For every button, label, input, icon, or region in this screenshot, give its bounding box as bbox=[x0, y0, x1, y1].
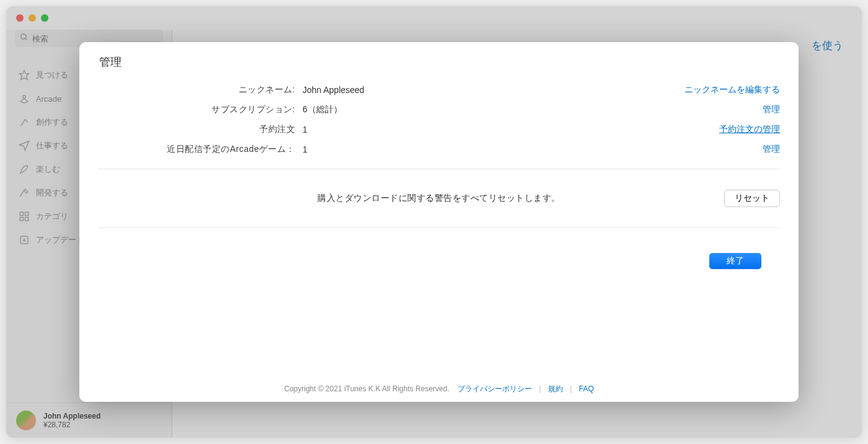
preorders-value: 1 bbox=[303, 125, 719, 135]
account-manage-modal: 管理 ニックネーム: John Appleseed ニックネームを編集する サブ… bbox=[79, 42, 799, 402]
divider bbox=[98, 169, 780, 169]
modal-footer: Copyright © 2021 iTunes K.K All Rights R… bbox=[79, 347, 799, 402]
row-preorders: 予約注文 1 予約注文の管理 bbox=[98, 124, 780, 135]
arcade-upcoming-value: 1 bbox=[303, 144, 763, 154]
subscriptions-value: 6（総計） bbox=[303, 104, 763, 115]
modal-title: 管理 bbox=[98, 55, 780, 69]
row-arcade-upcoming: 近日配信予定のArcadeゲーム： 1 管理 bbox=[98, 144, 780, 155]
reset-warnings-text: 購入とダウンロードに関する警告をすべてリセットします。 bbox=[317, 193, 560, 204]
copyright-text: Copyright © 2021 iTunes K.K All Rights R… bbox=[284, 384, 450, 393]
preorders-label: 予約注文 bbox=[98, 124, 303, 135]
faq-link[interactable]: FAQ bbox=[579, 384, 594, 393]
app-window: 見つける Arcade 創作する 仕事する 楽しむ bbox=[6, 6, 862, 438]
terms-link[interactable]: 規約 bbox=[548, 384, 563, 393]
arcade-upcoming-label: 近日配信予定のArcadeゲーム： bbox=[98, 144, 303, 155]
reset-button[interactable]: リセット bbox=[724, 190, 780, 207]
row-subscriptions: サブスクリプション: 6（総計） 管理 bbox=[98, 104, 780, 115]
done-button[interactable]: 終了 bbox=[709, 253, 761, 269]
nickname-label: ニックネーム: bbox=[98, 84, 303, 95]
divider bbox=[98, 228, 780, 228]
manage-preorders-link[interactable]: 予約注文の管理 bbox=[719, 124, 780, 135]
manage-subscriptions-link[interactable]: 管理 bbox=[763, 104, 780, 115]
reset-warnings-row: 購入とダウンロードに関する警告をすべてリセットします。 リセット bbox=[98, 183, 780, 214]
row-nickname: ニックネーム: John Appleseed ニックネームを編集する bbox=[98, 84, 780, 95]
privacy-policy-link[interactable]: プライバシーポリシー bbox=[458, 384, 532, 393]
subscriptions-label: サブスクリプション: bbox=[98, 104, 303, 115]
nickname-value: John Appleseed bbox=[303, 85, 684, 95]
edit-nickname-link[interactable]: ニックネームを編集する bbox=[684, 84, 780, 95]
manage-arcade-link[interactable]: 管理 bbox=[763, 144, 780, 155]
